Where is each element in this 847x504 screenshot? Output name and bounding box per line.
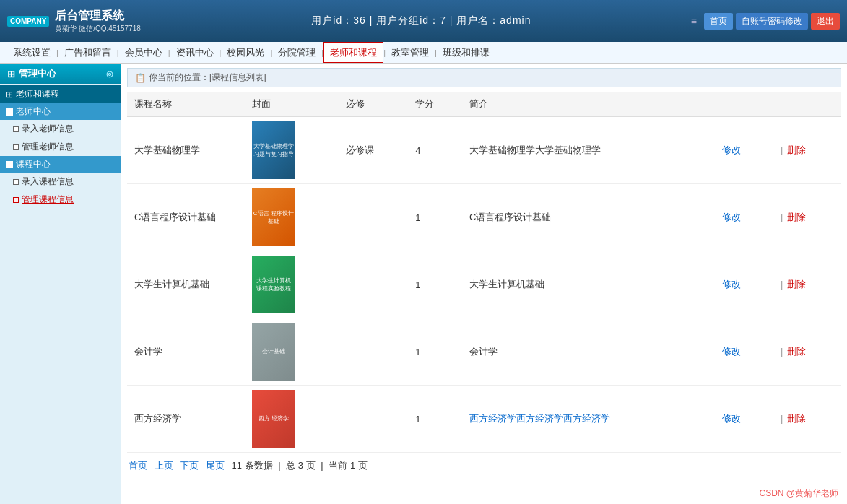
table-row: C语言程序设计基础C语言 程序设计基础1C语言程序设计基础修改|删除 <box>127 184 841 251</box>
app-subtitle: 黄菊华 微信/QQ:45157718 <box>55 24 140 34</box>
action-separator-3: | <box>781 346 783 357</box>
sidebar-section-label-0: 老师中心 <box>16 105 51 118</box>
course-credits-2: 1 <box>408 251 462 318</box>
sidebar-item-1-0[interactable]: 录入课程信息 <box>0 173 121 191</box>
sidebar-expand-icon: ◎ <box>106 69 113 79</box>
course-intro-2: 大学生计算机基础 <box>462 251 715 318</box>
sidebar-module-title: ⊞ 老师和课程 <box>0 85 121 103</box>
user-info: 用户id：36 | 用户分组id：7 | 用户名：admin <box>152 14 691 27</box>
col-action1 <box>715 92 769 117</box>
delete-button-0[interactable]: 删除 <box>787 144 806 155</box>
sidebar-item-bullet-0-1 <box>13 144 19 150</box>
delete-button-2[interactable]: 删除 <box>787 279 806 290</box>
course-required-1 <box>339 184 408 251</box>
col-action2 <box>769 92 841 117</box>
edit-button-0[interactable]: 修改 <box>722 144 741 155</box>
sidebar-item-label-0-0: 录入老师信息 <box>22 123 74 135</box>
course-name-1: C语言程序设计基础 <box>127 184 245 251</box>
course-delete-cell-2: |删除 <box>769 251 841 318</box>
sidebar-active-label: ⊞ 老师和课程 <box>0 85 121 103</box>
pagination-total-pages: 总 3 页 <box>286 460 315 471</box>
home-button[interactable]: 首页 <box>704 13 733 30</box>
delete-button-4[interactable]: 删除 <box>787 413 806 424</box>
course-name-4: 西方经济学 <box>127 386 245 453</box>
edit-button-2[interactable]: 修改 <box>722 279 741 290</box>
course-name-2: 大学生计算机基础 <box>127 251 245 318</box>
sidebar-section-title-0: 老师中心 <box>0 103 121 120</box>
top-nav-item-5[interactable]: 分院管理 <box>272 42 321 63</box>
sidebar-item-bullet-0-0 <box>13 126 19 132</box>
sidebar-header: ⊞ 管理中心 ◎ <box>0 64 121 84</box>
company-logo: COMPANY <box>7 16 49 27</box>
course-cover-0: 大学基础物理学 习题与复习指导 <box>245 117 339 184</box>
table-header: 课程名称 封面 必修 学分 简介 <box>127 92 841 117</box>
sidebar-section-title-1: 课程中心 <box>0 156 121 173</box>
course-intro-4: 西方经济学西方经济学西方经济学 <box>462 386 715 453</box>
edit-button-1[interactable]: 修改 <box>722 212 741 222</box>
course-edit-cell-4: 修改 <box>715 386 769 453</box>
main-layout: ⊞ 管理中心 ◎ ⊞ 老师和课程 老师中心录入老师信息管理老师信息课程中心录入课… <box>0 64 847 504</box>
edit-button-4[interactable]: 修改 <box>722 413 741 424</box>
top-nav-item-2[interactable]: 会员中心 <box>119 42 168 63</box>
pagination-prev[interactable]: 上页 <box>155 460 173 471</box>
top-navigation: 系统设置|广告和留言|会员中心|资讯中心|校园风光|分院管理|老师和课程|教室管… <box>0 42 847 64</box>
action-separator-4: | <box>781 413 783 424</box>
course-edit-cell-1: 修改 <box>715 184 769 251</box>
cover-image-2: 大学生计算机 课程实验教程 <box>252 256 295 313</box>
logo-area: COMPANY 后台管理系统 黄菊华 微信/QQ:45157718 <box>7 9 152 34</box>
sidebar-item-label-1-1: 管理课程信息 <box>22 194 74 206</box>
pagination-sep2: | <box>321 460 323 471</box>
sidebar: ⊞ 管理中心 ◎ ⊞ 老师和课程 老师中心录入老师信息管理老师信息课程中心录入课… <box>0 64 121 504</box>
top-nav-item-1[interactable]: 广告和留言 <box>58 42 117 63</box>
pagination-next[interactable]: 下页 <box>180 460 199 471</box>
breadcrumb-icon: 📋 <box>135 73 146 83</box>
col-cover: 封面 <box>245 92 339 117</box>
sidebar-item-0-0[interactable]: 录入老师信息 <box>0 120 121 138</box>
course-intro-3: 会计学 <box>462 318 715 386</box>
sidebar-module-icon: ⊞ <box>6 90 13 100</box>
course-delete-cell-0: |删除 <box>769 117 841 184</box>
cover-image-1: C语言 程序设计基础 <box>252 188 295 246</box>
course-edit-cell-3: 修改 <box>715 318 769 386</box>
header: COMPANY 后台管理系统 黄菊华 微信/QQ:45157718 用户id：3… <box>0 0 847 42</box>
sidebar-section-square-icon-0 <box>6 108 13 116</box>
account-button[interactable]: 自账号密码修改 <box>736 13 808 30</box>
course-cover-1: C语言 程序设计基础 <box>245 184 339 251</box>
logo-text: 后台管理系统 黄菊华 微信/QQ:45157718 <box>55 9 140 34</box>
top-nav-item-3[interactable]: 资讯中心 <box>170 42 220 63</box>
main-content: 📋 你当前的位置：[课程信息列表] 课程名称 封面 必修 学分 简介 <box>121 64 847 504</box>
edit-button-3[interactable]: 修改 <box>722 346 741 357</box>
course-delete-cell-1: |删除 <box>769 184 841 251</box>
course-name-3: 会计学 <box>127 318 245 386</box>
breadcrumb: 📋 你当前的位置：[课程信息列表] <box>127 68 841 87</box>
cover-image-0: 大学基础物理学 习题与复习指导 <box>252 121 295 179</box>
top-nav-item-6[interactable]: 老师和课程 <box>323 42 383 63</box>
top-nav-item-7[interactable]: 教室管理 <box>386 42 435 63</box>
delete-button-1[interactable]: 删除 <box>787 212 806 222</box>
col-credits: 学分 <box>408 92 462 117</box>
pagination-last[interactable]: 尾页 <box>206 460 225 471</box>
action-separator-0: | <box>781 144 783 155</box>
course-delete-cell-4: |删除 <box>769 386 841 453</box>
content-area: 课程名称 封面 必修 学分 简介 大学基础物理学大学基础物理学 习题与复习指导必… <box>121 92 847 453</box>
action-separator-2: | <box>781 279 783 290</box>
course-required-2 <box>339 251 408 318</box>
course-edit-cell-0: 修改 <box>715 117 769 184</box>
delete-button-3[interactable]: 删除 <box>787 346 806 357</box>
sidebar-item-1-1[interactable]: 管理课程信息 <box>0 191 121 209</box>
course-cover-2: 大学生计算机 课程实验教程 <box>245 251 339 318</box>
courses-table: 课程名称 封面 必修 学分 简介 大学基础物理学大学基础物理学 习题与复习指导必… <box>127 92 841 453</box>
pagination: 首页 上页 下页 尾页 11 条数据 | 总 3 页 | 当前 1 页 <box>121 453 847 478</box>
pagination-first[interactable]: 首页 <box>129 460 147 471</box>
sidebar-item-label-0-1: 管理老师信息 <box>22 141 74 153</box>
courses-tbody: 大学基础物理学大学基础物理学 习题与复习指导必修课4大学基础物理学大学基础物理学… <box>127 117 841 453</box>
cover-image-3: 会计基础 <box>252 323 295 381</box>
top-nav-item-8[interactable]: 班级和排课 <box>437 42 495 63</box>
top-nav-item-0[interactable]: 系统设置 <box>7 42 56 63</box>
sidebar-item-0-1[interactable]: 管理老师信息 <box>0 138 121 156</box>
grid-icon: ⊞ <box>7 69 15 79</box>
course-name-0: 大学基础物理学 <box>127 117 245 184</box>
logout-button[interactable]: 退出 <box>811 13 840 30</box>
top-nav-item-4[interactable]: 校园风光 <box>221 42 270 63</box>
breadcrumb-text: 你当前的位置：[课程信息列表] <box>149 71 266 84</box>
